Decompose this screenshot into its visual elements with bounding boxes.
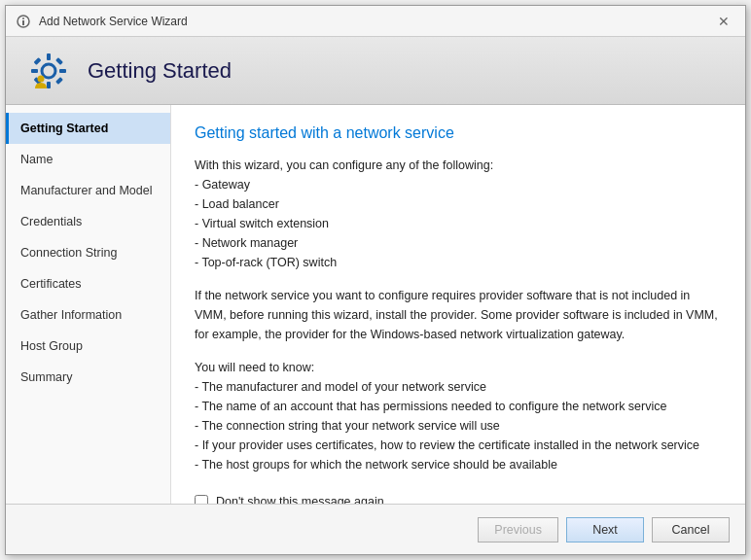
svg-point-1 <box>22 18 24 19</box>
svg-rect-2 <box>22 20 24 25</box>
content-area: Getting Started Name Manufacturer and Mo… <box>6 105 745 504</box>
svg-point-3 <box>42 64 55 78</box>
sidebar-item-getting-started[interactable]: Getting Started <box>6 113 170 144</box>
need-to-know-label: You will need to know: <box>195 361 314 374</box>
list1-item-3: - Network manager <box>195 236 298 250</box>
checkbox-row: Don't show this message again. <box>195 492 722 504</box>
paragraph-section: If the network service you want to confi… <box>195 286 722 344</box>
list1-item-4: - Top-of-rack (TOR) switch <box>195 256 337 269</box>
footer: Previous Next Cancel <box>6 504 745 554</box>
checkbox-label: Don't show this message again. <box>216 492 387 504</box>
sidebar-item-name[interactable]: Name <box>6 144 170 175</box>
sidebar-item-certificates[interactable]: Certificates <box>6 268 170 299</box>
main-content: Getting started with a network service W… <box>171 105 745 504</box>
window-title: Add Network Service Wizard <box>39 15 712 28</box>
list2-item-1: - The name of an account that has permis… <box>195 400 666 413</box>
previous-button[interactable]: Previous <box>478 517 558 542</box>
svg-rect-4 <box>47 53 51 60</box>
window-icon <box>16 14 31 29</box>
svg-rect-8 <box>34 57 42 65</box>
svg-rect-7 <box>59 69 66 73</box>
title-bar: Add Network Service Wizard ✕ <box>6 6 745 37</box>
list2-item-4: - The host groups for which the network … <box>195 458 557 472</box>
list1-item-2: - Virtual switch extension <box>195 217 329 230</box>
list1-item-1: - Load balancer <box>195 197 279 211</box>
svg-rect-5 <box>47 82 51 88</box>
cancel-button[interactable]: Cancel <box>652 517 730 542</box>
sidebar-item-manufacturer-model[interactable]: Manufacturer and Model <box>6 175 170 206</box>
svg-rect-11 <box>55 77 63 85</box>
header-icon <box>25 48 72 94</box>
close-button[interactable]: ✕ <box>712 10 735 33</box>
svg-rect-9 <box>55 57 63 65</box>
intro-text: With this wizard, you can configure any … <box>195 158 493 172</box>
wizard-window: Add Network Service Wizard ✕ <box>5 5 746 555</box>
sidebar-item-gather-information[interactable]: Gather Information <box>6 299 170 331</box>
wizard-header: Getting Started <box>6 37 745 105</box>
need-to-know-section: You will need to know: - The manufacture… <box>195 358 722 474</box>
list2-item-3: - If your provider uses certificates, ho… <box>195 438 699 452</box>
paragraph1-text: If the network service you want to confi… <box>195 289 718 341</box>
sidebar-item-credentials[interactable]: Credentials <box>6 206 170 237</box>
dont-show-checkbox[interactable] <box>195 495 208 504</box>
sidebar-item-summary[interactable]: Summary <box>6 362 170 393</box>
sidebar: Getting Started Name Manufacturer and Mo… <box>6 105 171 504</box>
next-button[interactable]: Next <box>566 517 644 542</box>
svg-rect-6 <box>31 69 38 73</box>
sidebar-item-host-group[interactable]: Host Group <box>6 331 170 362</box>
svg-point-12 <box>38 75 45 82</box>
main-body: With this wizard, you can configure any … <box>195 156 722 504</box>
header-title: Getting Started <box>88 58 232 84</box>
list2-item-2: - The connection string that your networ… <box>195 419 500 433</box>
list1-item-0: - Gateway <box>195 178 250 192</box>
intro-section: With this wizard, you can configure any … <box>195 156 722 272</box>
main-title: Getting started with a network service <box>195 124 722 142</box>
sidebar-item-connection-string[interactable]: Connection String <box>6 237 170 268</box>
list2-item-0: - The manufacturer and model of your net… <box>195 380 486 394</box>
